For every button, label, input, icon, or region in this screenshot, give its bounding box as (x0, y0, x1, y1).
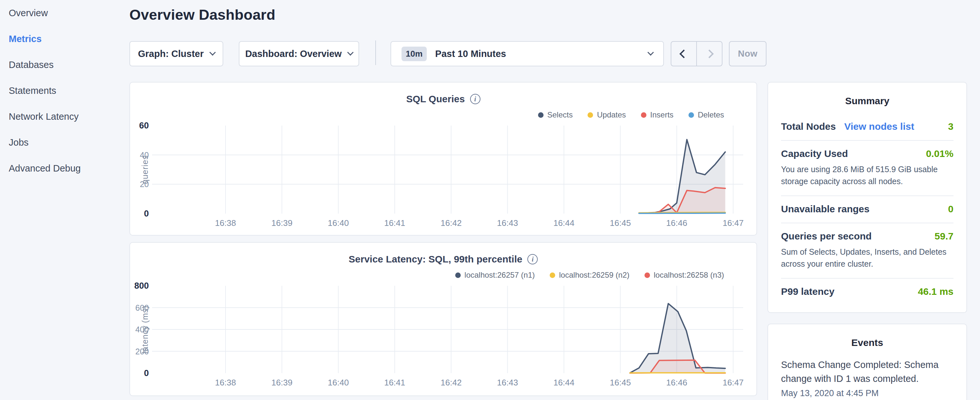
series-line (639, 213, 725, 214)
summary-value: 0.01% (926, 148, 953, 159)
time-range-selector[interactable]: 10m Past 10 Minutes (390, 41, 664, 66)
x-axis-tick: 16:47 (711, 378, 756, 388)
summary-row-top: Total NodesView nodes list3 (781, 121, 953, 132)
x-axis-tick: 16:39 (259, 378, 304, 388)
sidebar-item-jobs[interactable]: Jobs (0, 129, 129, 155)
chart-title-row: Service Latency: SQL, 99th percentilei (130, 254, 756, 265)
legend-label: Inserts (650, 110, 674, 120)
y-axis-tick: 800 (130, 280, 149, 291)
time-window-badge: 10m (401, 46, 427, 61)
info-icon[interactable]: i (527, 254, 538, 265)
legend-dot-icon (587, 112, 593, 118)
legend-label: localhost:26259 (n2) (559, 271, 629, 280)
summary-row-left: Total NodesView nodes list (781, 121, 914, 132)
sidebar: OverviewMetricsDatabasesStatementsNetwor… (0, 0, 129, 400)
summary-rows: Total NodesView nodes list3Capacity Used… (781, 113, 953, 305)
chart-legend: SelectsUpdatesInsertsDeletes (538, 110, 724, 120)
summary-value: 46.1 ms (918, 286, 953, 297)
sidebar-item-metrics[interactable]: Metrics (0, 26, 129, 52)
summary-row-left: Unavailable ranges (781, 204, 869, 215)
y-axis-tick: 60 (130, 120, 149, 131)
summary-title: Summary (781, 83, 953, 107)
view-nodes-list-link[interactable]: View nodes list (844, 121, 914, 132)
legend-item: localhost:26259 (n2) (550, 271, 629, 280)
y-axis-label: latency (ms) (140, 306, 150, 354)
x-axis-tick: 16:46 (654, 218, 700, 228)
sidebar-item-databases[interactable]: Databases (0, 52, 129, 78)
y-axis-tick: 0 (130, 209, 149, 219)
legend-item: Deletes (689, 110, 724, 120)
sidebar-item-overview[interactable]: Overview (0, 0, 129, 26)
x-axis-tick: 16:40 (316, 218, 361, 228)
chevron-down-icon (648, 49, 654, 56)
dashboard-dropdown[interactable]: Dashboard: Overview (239, 41, 359, 66)
legend-label: Selects (547, 110, 573, 120)
chart-plot (152, 286, 743, 373)
sql-queries-chart-card: SQL QueriesiSelectsUpdatesInsertsDeletes… (129, 82, 757, 236)
legend-dot-icon (550, 273, 555, 278)
graph-dropdown-label: Graph: Cluster (138, 49, 204, 59)
summary-row: Unavailable ranges0 (781, 196, 953, 223)
x-axis-tick: 16:38 (203, 218, 248, 228)
legend-label: Updates (597, 110, 626, 120)
graph-dropdown[interactable]: Graph: Cluster (129, 41, 223, 66)
legend-dot-icon (641, 112, 646, 118)
chevron-left-icon (679, 49, 688, 58)
summary-row: Total NodesView nodes list3 (781, 113, 953, 141)
x-axis-tick: 16:42 (428, 218, 474, 228)
chart-legend: localhost:26257 (n1)localhost:26259 (n2)… (455, 271, 724, 280)
legend-dot-icon (538, 112, 544, 118)
sidebar-item-network-latency[interactable]: Network Latency (0, 104, 129, 129)
chevron-right-icon (705, 49, 714, 58)
summary-row-left: Queries per second (781, 231, 872, 242)
summary-label: Unavailable ranges (781, 204, 869, 215)
now-button[interactable]: Now (729, 41, 767, 66)
summary-value: 59.7 (935, 231, 953, 242)
page-title: Overview Dashboard (129, 6, 275, 23)
page-root: OverviewMetricsDatabasesStatementsNetwor… (0, 0, 980, 400)
next-time-button[interactable] (697, 42, 722, 66)
x-axis-tick: 16:41 (372, 218, 417, 228)
summary-row-top: P99 latency46.1 ms (781, 286, 953, 297)
legend-item: localhost:26258 (n3) (644, 271, 724, 280)
chart-title-row: SQL Queriesi (130, 94, 756, 105)
x-axis-tick: 16:42 (428, 378, 474, 388)
event-item[interactable]: Schema Change Completed: Schema change w… (781, 358, 953, 398)
legend-dot-icon (455, 273, 461, 278)
summary-label: Total Nodes (781, 121, 836, 132)
summary-row-top: Queries per second59.7 (781, 231, 953, 242)
summary-caption: You are using 28.6 MiB of 515.9 GiB usab… (781, 163, 953, 187)
summary-row: Queries per second59.7Sum of Selects, Up… (781, 223, 953, 279)
x-axis-tick: 16:43 (485, 378, 530, 388)
events-panel: Events Schema Change Completed: Schema c… (767, 324, 967, 400)
x-axis-tick: 16:44 (541, 378, 587, 388)
x-axis-tick: 16:40 (316, 378, 361, 388)
sidebar-item-statements[interactable]: Statements (0, 78, 129, 104)
summary-row-top: Capacity Used0.01% (781, 148, 953, 159)
dashboard-dropdown-label: Dashboard: Overview (245, 49, 342, 59)
prev-time-button[interactable] (671, 42, 697, 66)
x-axis-tick: 16:38 (203, 378, 248, 388)
x-axis-tick: 16:44 (541, 218, 587, 228)
legend-item: Updates (587, 110, 626, 120)
x-axis-tick: 16:39 (259, 218, 304, 228)
summary-panel: Summary Total NodesView nodes list3Capac… (767, 82, 967, 313)
chart-plot (152, 126, 743, 214)
legend-item: localhost:26257 (n1) (455, 271, 535, 280)
legend-item: Inserts (641, 110, 674, 120)
legend-label: localhost:26258 (n3) (654, 271, 724, 280)
service-latency-chart-card: Service Latency: SQL, 99th percentileilo… (129, 242, 757, 396)
summary-row-left: P99 latency (781, 286, 834, 297)
info-icon[interactable]: i (470, 94, 480, 104)
legend-item: Selects (538, 110, 573, 120)
summary-label: P99 latency (781, 286, 834, 297)
summary-row-left: Capacity Used (781, 148, 848, 159)
legend-label: localhost:26257 (n1) (465, 271, 535, 280)
event-timestamp: May 13, 2020 at 4:45 PM (781, 388, 953, 398)
summary-row: Capacity Used0.01%You are using 28.6 MiB… (781, 141, 953, 196)
sidebar-item-advanced-debug[interactable]: Advanced Debug (0, 155, 129, 181)
summary-value: 0 (948, 204, 953, 215)
x-axis-tick: 16:41 (372, 378, 417, 388)
x-axis-tick: 16:45 (598, 378, 643, 388)
chart-title: SQL Queries (406, 94, 465, 105)
